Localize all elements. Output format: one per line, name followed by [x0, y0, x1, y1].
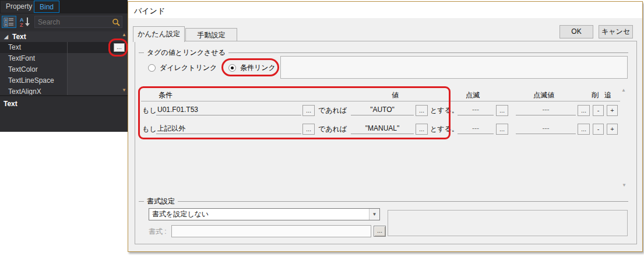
property-description-pane: Text	[0, 95, 128, 132]
search-input[interactable]	[38, 17, 108, 27]
format-preview-box	[388, 210, 628, 236]
panel-tabstrip: Property Bind	[0, 0, 128, 13]
search-icon	[112, 18, 120, 26]
dialog-title: バインド	[134, 6, 165, 16]
link-group-title: タグの値とリンクさせる	[144, 48, 228, 58]
svg-text:+: +	[5, 23, 7, 27]
svg-text:Z: Z	[20, 22, 23, 27]
blink-field[interactable]: ---	[458, 104, 494, 115]
blink-browse-button[interactable]: ...	[496, 105, 508, 116]
then-label: であれば	[318, 106, 347, 115]
property-row-textalignx[interactable]: TextAlignX	[0, 86, 128, 95]
scroll-up-indicator[interactable]: ▲	[122, 33, 126, 37]
sort-alphabetical-icon: A Z	[18, 21, 31, 29]
tab-easy-settings[interactable]: かんたん設定	[133, 26, 185, 42]
property-name: TextAlignX	[8, 86, 41, 95]
blink-browse-button[interactable]: ...	[496, 124, 508, 135]
bind-dialog: バインド OK キャンセル かんたん設定 手動設定 タグの値とリンクさせる ダイ…	[128, 1, 643, 252]
property-value-cell	[67, 53, 128, 64]
condition-link-radio[interactable]	[228, 64, 236, 72]
condition-link-label: 条件リンク	[240, 63, 276, 73]
chevron-down-icon[interactable]: ▼	[369, 209, 379, 220]
direct-link-radio[interactable]	[148, 64, 156, 72]
header-divider	[141, 101, 620, 101]
remove-row-button[interactable]: -	[593, 105, 604, 116]
add-row-button[interactable]: +	[607, 105, 618, 116]
property-name: TextFont	[8, 53, 35, 64]
condition-field[interactable]: U01.F01.T53	[156, 104, 301, 115]
set-label: とする。	[430, 124, 459, 134]
tab-property[interactable]: Property	[1, 1, 37, 13]
format-combobox[interactable]: 書式を設定しない ▼	[149, 208, 380, 220]
if-label: もし	[142, 124, 157, 134]
link-group-header: タグの値とリンクさせる	[139, 48, 628, 57]
group-line	[228, 52, 628, 53]
ok-button[interactable]: OK	[559, 25, 593, 38]
text-ellipsis-button[interactable]: ...	[114, 43, 125, 52]
header-delete: 削	[592, 90, 599, 100]
remove-row-button[interactable]: -	[593, 124, 604, 135]
property-row-textfont[interactable]: TextFont	[0, 53, 128, 64]
format-group-header: 書式設定	[139, 197, 628, 205]
property-row-text[interactable]: Text ...	[0, 42, 128, 53]
categorized-icon: + +	[2, 21, 16, 29]
group-line	[139, 52, 144, 53]
condition-browse-button[interactable]: ...	[302, 124, 315, 135]
format-field-label: 書式 :	[149, 227, 167, 237]
blink-field[interactable]: ---	[458, 122, 494, 134]
search-box	[34, 16, 122, 28]
condition-field[interactable]: 上記以外	[156, 122, 301, 134]
property-name: Text	[8, 42, 21, 53]
property-row-textcolor[interactable]: TextColor	[0, 64, 128, 75]
header-value: 値	[392, 90, 399, 100]
tab-manual-settings[interactable]: 手動設定	[185, 28, 237, 41]
property-value-cell	[67, 86, 128, 95]
rows-scroll-up-icon[interactable]: ▲	[621, 88, 626, 93]
rows-scroll-down-icon[interactable]: ▼	[622, 183, 627, 188]
if-label: もし	[142, 106, 157, 115]
format-browse-button[interactable]: ...	[374, 226, 386, 237]
add-row-button[interactable]: +	[607, 124, 618, 135]
property-value-cell	[67, 64, 128, 75]
property-value-cell: ...	[67, 42, 128, 53]
scroll-down-indicator[interactable]: ▼	[122, 88, 126, 93]
value-field[interactable]: "AUTO"	[351, 104, 414, 115]
svg-text:+: +	[5, 18, 7, 22]
blink-value-field[interactable]: ---	[516, 122, 576, 134]
sort-alphabetical-button[interactable]: A Z	[18, 16, 33, 28]
value-browse-button[interactable]: ...	[416, 124, 428, 135]
easy-settings-page: タグの値とリンクさせる ダイレクトリンク 条件リンク 条件 値 点滅 点滅値 削…	[135, 41, 637, 244]
categorized-button[interactable]: + +	[2, 16, 16, 28]
description-title: Text	[3, 100, 17, 108]
dialog-titlebar: バインド	[128, 2, 642, 18]
property-panel: Property Bind + + A Z	[0, 0, 128, 132]
then-label: であれば	[318, 124, 347, 134]
header-blink-value: 点滅値	[533, 90, 554, 100]
property-grid: ◢ Text Text ... TextFont TextColor TextL…	[0, 30, 128, 95]
expander-icon[interactable]: ◢	[4, 34, 8, 40]
property-group-text[interactable]: ◢ Text	[0, 31, 128, 42]
group-line	[139, 201, 144, 202]
value-field[interactable]: "MANUAL"	[351, 122, 414, 134]
condition-row: もし 上記以外 ... であれば "MANUAL" ... とする。 --- .…	[135, 122, 638, 135]
set-label: とする。	[430, 106, 459, 115]
condition-row: もし U01.F01.T53 ... であれば "AUTO" ... とする。 …	[135, 104, 638, 117]
property-name: TextLineSpace	[8, 75, 54, 86]
blink-value-browse-button[interactable]: ...	[578, 124, 590, 135]
link-value-textbox[interactable]	[280, 56, 628, 79]
tab-bind[interactable]: Bind	[34, 1, 59, 13]
property-group-label: Text	[12, 31, 26, 42]
property-row-textlinespace[interactable]: TextLineSpace	[0, 75, 128, 86]
blink-value-browse-button[interactable]: ...	[578, 105, 590, 116]
format-textbox[interactable]	[171, 225, 371, 237]
property-name: TextColor	[8, 64, 38, 75]
header-blink: 点滅	[466, 90, 480, 100]
property-value-cell	[67, 75, 128, 86]
blink-value-field[interactable]: ---	[516, 104, 576, 115]
format-group-title: 書式設定	[144, 197, 178, 206]
header-add: 追	[604, 90, 611, 100]
value-browse-button[interactable]: ...	[416, 105, 428, 116]
format-combobox-value: 書式を設定しない	[152, 210, 209, 218]
condition-browse-button[interactable]: ...	[302, 105, 315, 116]
cancel-button[interactable]: キャンセル	[599, 25, 633, 38]
